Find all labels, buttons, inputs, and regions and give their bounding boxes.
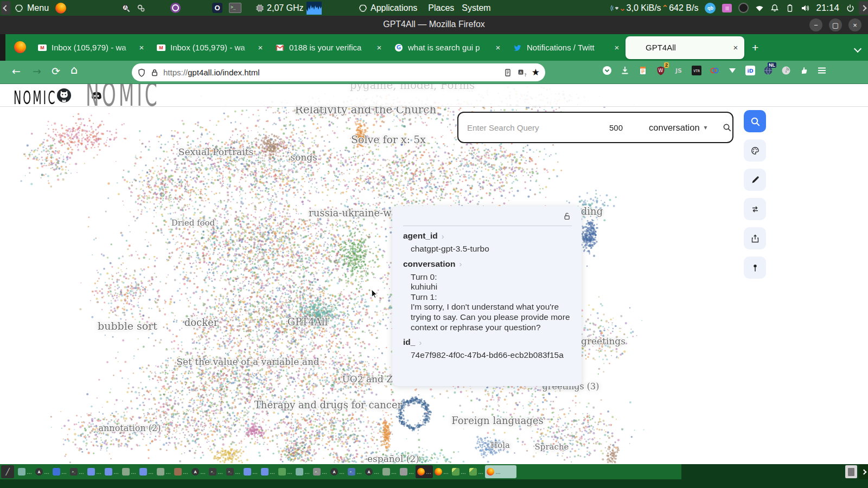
- linkrings-icon[interactable]: [709, 65, 720, 76]
- tab-close-icon[interactable]: ×: [494, 43, 502, 52]
- opera-launcher[interactable]: O: [212, 3, 222, 13]
- result-limit[interactable]: 500: [609, 123, 623, 132]
- bookmark-star-icon[interactable]: ★: [532, 67, 540, 78]
- taskbar-window-folder[interactable]: …: [381, 465, 398, 478]
- taskbar-window-folder[interactable]: …: [155, 465, 173, 478]
- clipboard-icon[interactable]: [845, 465, 857, 478]
- tracking-shield-icon[interactable]: [137, 68, 146, 77]
- settings-launcher[interactable]: [137, 4, 145, 12]
- tool-search-button[interactable]: [744, 110, 766, 132]
- tab-close-icon[interactable]: ×: [256, 43, 265, 52]
- firefox-launcher[interactable]: [55, 3, 66, 14]
- tooltip-field-key[interactable]: conversation›: [403, 259, 572, 269]
- nomic-logo[interactable]: NOMIC: [14, 87, 56, 108]
- taskbar-window-map-green[interactable]: …: [450, 465, 468, 478]
- maximize-button[interactable]: ▢: [829, 18, 842, 31]
- triangle-icon[interactable]: [726, 65, 738, 76]
- cpu-applet[interactable]: 2,07 GHz: [256, 2, 322, 15]
- github-icon[interactable]: [56, 88, 72, 103]
- taskbar-window-term[interactable]: >_…: [207, 465, 225, 478]
- tab-overflow-icon[interactable]: [855, 44, 860, 54]
- search-input[interactable]: [466, 123, 604, 133]
- tab-inbox-105-979-wa[interactable]: MInbox (105,979) - wa×: [31, 34, 150, 61]
- notes-icon[interactable]: [637, 65, 649, 76]
- taskbar-window-firefox[interactable]: …: [416, 465, 433, 478]
- taskbar-window-blue-doc[interactable]: …: [51, 465, 68, 478]
- menu-applications[interactable]: Applications: [359, 3, 417, 13]
- taskbar-window-teal-sq[interactable]: …: [294, 465, 311, 478]
- tooltip-field-key[interactable]: agent_id›: [403, 231, 572, 241]
- taskbar-window-win[interactable]: …: [103, 465, 120, 478]
- idbadge-icon[interactable]: iD: [744, 65, 756, 76]
- taskbar-window-term-gray[interactable]: >_…: [311, 465, 329, 478]
- search-tool-launcher[interactable]: A: [122, 4, 130, 12]
- volume-tray-icon[interactable]: [801, 4, 809, 12]
- minimize-button[interactable]: −: [809, 18, 822, 31]
- taskbar-window-win[interactable]: …: [86, 465, 103, 478]
- taskbar-expand-icon[interactable]: [859, 464, 868, 479]
- tool-swap-button[interactable]: [744, 198, 766, 220]
- taskbar-window-teal-sq[interactable]: …: [16, 465, 34, 478]
- qbittorrent-tray-icon[interactable]: qb: [705, 3, 716, 14]
- tool-pencil-button[interactable]: [744, 169, 766, 191]
- thumb-icon[interactable]: [798, 65, 810, 76]
- tooltip-field-key[interactable]: id_›: [403, 337, 572, 347]
- taskbar-window-dark-a[interactable]: A…: [34, 465, 51, 478]
- network-monitor-applet[interactable]: ⌄3,0 KiB/s ⌃642 B/s: [610, 3, 698, 13]
- home-button[interactable]: ⌂: [71, 63, 78, 76]
- tool-share-button[interactable]: [744, 227, 766, 249]
- taskbar-window-win[interactable]: …: [242, 465, 259, 478]
- reader-mode-icon[interactable]: [503, 68, 512, 77]
- panel-scroll-left-icon[interactable]: [1, 1, 10, 15]
- tab-what-is-search-gui-p[interactable]: Gwhat is search gui p×: [388, 34, 507, 61]
- taskbar-window-green-sq[interactable]: …: [277, 465, 294, 478]
- wifi-tray-icon[interactable]: [755, 4, 764, 12]
- tab-close-icon[interactable]: ×: [137, 43, 146, 52]
- vtr-icon[interactable]: VTR: [691, 65, 703, 76]
- tab-close-icon[interactable]: ×: [612, 43, 621, 52]
- menu-places[interactable]: Places: [428, 3, 454, 13]
- clock[interactable]: 21:14: [816, 3, 839, 14]
- field-select[interactable]: conversation▾: [649, 123, 707, 133]
- media-player-tray-icon[interactable]: |||: [722, 4, 732, 12]
- new-tab-button[interactable]: +: [752, 41, 758, 54]
- forward-button[interactable]: →: [33, 65, 41, 77]
- lock-open-icon[interactable]: [563, 211, 572, 223]
- taskbar-window-folder[interactable]: …: [120, 465, 138, 478]
- globenl-icon[interactable]: NL: [762, 65, 774, 76]
- taskbar-window-term[interactable]: >_…: [225, 465, 242, 478]
- menu-system[interactable]: System: [462, 3, 490, 13]
- battery-tray-icon[interactable]: [786, 4, 794, 12]
- panel-scroll-right-icon[interactable]: [859, 1, 868, 15]
- lock-icon[interactable]: [150, 68, 159, 77]
- tab-gpt4all[interactable]: GPT4All×: [626, 36, 744, 59]
- taskbar-window-brown[interactable]: …: [173, 465, 190, 478]
- shield2-icon[interactable]: W2: [655, 65, 667, 76]
- taskbar-window-win[interactable]: …: [138, 465, 155, 478]
- tab-notifications-twitt[interactable]: Notifications / Twitt×: [507, 34, 626, 61]
- notifications-tray-icon[interactable]: [770, 4, 779, 12]
- terminal-launcher[interactable]: >_: [229, 3, 241, 13]
- back-button[interactable]: ←: [12, 65, 21, 77]
- tool-palette-button[interactable]: [744, 139, 766, 162]
- url-bar[interactable]: https://gpt4all.io/index.html A? ★: [132, 63, 545, 81]
- taskbar-window-win[interactable]: …: [259, 465, 277, 478]
- tab-close-icon[interactable]: ×: [375, 43, 384, 52]
- tor-launcher[interactable]: [170, 3, 181, 13]
- show-desktop-button[interactable]: ╱: [1, 465, 14, 478]
- fingerprint-icon[interactable]: [780, 65, 792, 76]
- taskbar-window-term[interactable]: >_…: [68, 465, 86, 478]
- taskbar-window-firefox[interactable]: …: [485, 465, 516, 478]
- taskbar-window-firefox[interactable]: …: [433, 465, 450, 478]
- jsgray-icon[interactable]: JS: [673, 65, 685, 76]
- download-icon[interactable]: [619, 65, 631, 76]
- taskbar-window-dark-a[interactable]: A…: [329, 465, 346, 478]
- reload-button[interactable]: ⟳: [52, 65, 60, 77]
- close-button[interactable]: ×: [848, 18, 861, 31]
- pocket-icon[interactable]: [601, 65, 613, 76]
- search-icon[interactable]: [723, 123, 731, 132]
- taskbar-window-term-blue[interactable]: >_…: [346, 465, 363, 478]
- distro-menu-button[interactable]: Menu: [15, 3, 49, 13]
- taskbar-window-map-green[interactable]: …: [468, 465, 485, 478]
- taskbar-window-dark-a[interactable]: A…: [190, 465, 207, 478]
